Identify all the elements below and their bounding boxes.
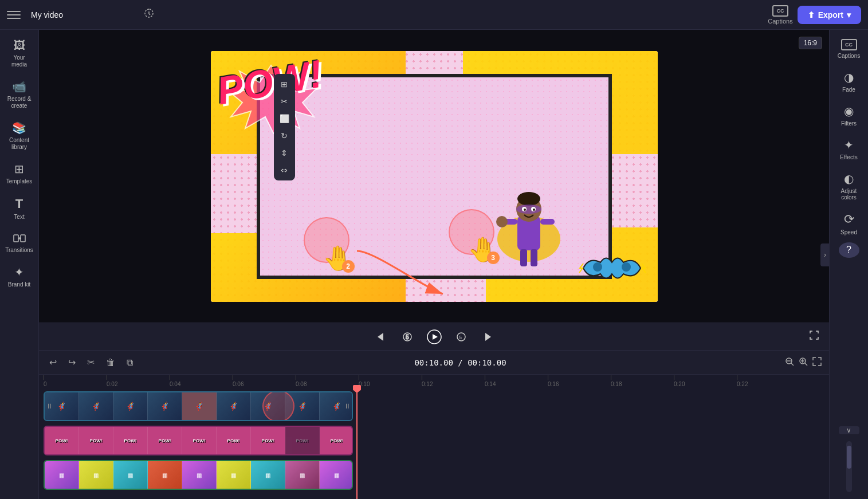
video-preview[interactable]: POW! [39, 30, 829, 323]
effects-icon: ✦ [844, 138, 854, 152]
right-item-fade[interactable]: ◑ Fade [832, 66, 866, 97]
skip-back-button[interactable] [372, 329, 388, 345]
main-layout: 🖼 Your media 📹 Record &create 📚 Content … [0, 30, 868, 499]
ruler-mark-16: 0:16 [548, 375, 611, 387]
ruler-mark-04: 0:04 [170, 375, 233, 387]
sidebar-item-text[interactable]: T Text [3, 192, 36, 225]
svg-rect-14 [520, 249, 527, 266]
cut-button[interactable]: ✂ [84, 355, 98, 370]
svg-rect-0 [14, 235, 18, 242]
svg-text:5: 5 [459, 335, 462, 340]
toolbar-flip-h-btn[interactable]: ⇔ [276, 162, 293, 178]
track-3-thumb-strip: ▦ ▦ ▦ ▦ ▦ ▦ ▦ ▦ ▦ [45, 461, 352, 489]
captions-button[interactable]: CC Captions [768, 5, 792, 25]
toolbar-screen-btn[interactable]: ⬜ [276, 111, 293, 127]
undo-button[interactable]: ↩ [46, 355, 60, 370]
thumb-3-5: ▦ [182, 461, 217, 489]
playback-controls: 5 5 [39, 323, 829, 350]
zoom-out-button[interactable] [784, 356, 795, 369]
thumb-2-8-faded: POW! [285, 427, 320, 454]
hand-cursor-3: 🤚 3 [468, 238, 497, 262]
thumb-1-5-highlight: 🦸 [182, 392, 217, 420]
thumb-3-7: ▦ [251, 461, 285, 489]
cursor-num-2: 2 [342, 260, 355, 273]
sidebar-item-label-content: Content library [6, 137, 33, 151]
redo-button[interactable]: ↪ [65, 355, 79, 370]
right-item-label-filters: Filters [841, 120, 857, 127]
sidebar-item-record-create[interactable]: 📹 Record &create [3, 75, 36, 114]
forward-button[interactable]: 5 [453, 329, 469, 345]
thumb-2-4: POW! [148, 427, 182, 454]
sidebar-item-brand-kit[interactable]: ✦ Brand kit [3, 261, 36, 293]
content-library-icon: 📚 [12, 121, 26, 135]
track-clip-1[interactable]: 🦸 🦸 🦸 🦸 🦸 🦸 🦸 🦸 🦸 ⏸ [44, 391, 353, 421]
right-item-captions[interactable]: CC Captions [832, 34, 866, 64]
toolbar-crop-btn[interactable]: ✂ [276, 93, 293, 109]
project-name-input[interactable] [26, 8, 136, 22]
captions-right-icon: CC [841, 39, 857, 50]
right-item-effects[interactable]: ✦ Effects [832, 133, 866, 165]
copy-button[interactable]: ⧉ [123, 355, 136, 370]
expand-timeline-button[interactable] [812, 356, 822, 369]
fullscreen-button[interactable] [808, 329, 820, 344]
track-clip-3[interactable]: ▦ ▦ ▦ ▦ ▦ ▦ ▦ ▦ ▦ [44, 460, 353, 490]
thumb-2-1: POW! [45, 427, 79, 454]
sidebar-item-label-your-media: Your media [6, 54, 33, 68]
adjust-colors-icon: ◐ [844, 172, 854, 186]
sidebar-item-label-transitions: Transitions [5, 247, 33, 254]
track-1-row: 🦸 🦸 🦸 🦸 🦸 🦸 🦸 🦸 🦸 ⏸ [39, 390, 829, 423]
timeline-scroll[interactable]: 0 0:02 0:04 0:06 0:08 0:10 0:12 0:14 0:1… [39, 375, 829, 499]
right-item-label-speed: Speed [840, 229, 857, 235]
track-1-handle-right: ⏸ [344, 402, 351, 410]
play-button[interactable] [427, 329, 442, 344]
right-item-speed[interactable]: ⟳ Speed [832, 207, 866, 240]
hand-cursor-2: 🤚 2 [323, 246, 352, 270]
record-create-icon: 📹 [12, 80, 26, 93]
rewind-button[interactable]: 5 [399, 329, 415, 345]
thumb-2-5: POW! [182, 427, 217, 454]
menu-button[interactable] [7, 8, 21, 22]
sidebar-item-your-media[interactable]: 🖼 Your media [3, 34, 36, 73]
sidebar-item-templates[interactable]: ⊞ Templates [3, 158, 36, 190]
sidebar-item-content-library[interactable]: 📚 Content library [3, 116, 36, 155]
toolbar-flip-v-btn[interactable]: ⇕ [276, 145, 293, 161]
svg-point-7 [516, 205, 541, 214]
export-chevron-icon: ▾ [847, 10, 851, 19]
svg-rect-13 [540, 219, 555, 225]
collapse-right-sidebar-button[interactable]: › [820, 243, 830, 266]
track-2-thumb-strip: POW! POW! POW! POW! POW! POW! POW! POW! … [45, 427, 352, 454]
scroll-down-button[interactable]: ∨ [839, 426, 859, 435]
sidebar-item-transitions[interactable]: Transitions [3, 227, 36, 258]
track-clip-2[interactable]: POW! POW! POW! POW! POW! POW! POW! POW! … [44, 426, 353, 455]
right-sidebar: › CC Captions ◑ Fade ◉ Filters ✦ Effects… [829, 30, 868, 499]
right-sidebar-scrollbar[interactable] [846, 441, 852, 492]
toolbar-rotate-btn[interactable]: ↻ [276, 128, 293, 144]
sidebar-item-label-text: Text [14, 214, 24, 221]
track-3-row: ▦ ▦ ▦ ▦ ▦ ▦ ▦ ▦ ▦ [39, 458, 829, 492]
timeline-area: ↩ ↪ ✂ 🗑 ⧉ 00:10.00 / 00:10.00 [39, 350, 829, 499]
timeline-toolbar: ↩ ↪ ✂ 🗑 ⧉ 00:10.00 / 00:10.00 [39, 351, 829, 375]
save-to-cloud-button[interactable] [142, 6, 156, 23]
track-2-row: POW! POW! POW! POW! POW! POW! POW! POW! … [39, 424, 829, 457]
delete-button[interactable]: 🗑 [103, 355, 119, 370]
export-button[interactable]: ⬆ Export ▾ [798, 6, 861, 24]
export-icon: ⬆ [808, 10, 815, 19]
floating-toolbar: ⊞ ✂ ⬜ ↻ ⇕ ⇔ [274, 74, 295, 180]
track-1-handle-left: ⏸ [46, 402, 53, 410]
right-item-adjust-colors[interactable]: ◐ Adjust colors [832, 167, 866, 205]
timeline-time-display: 00:10.00 / 00:10.00 [141, 358, 780, 367]
svg-rect-1 [21, 235, 25, 242]
svg-point-11 [533, 209, 535, 211]
thumb-3-9: ▦ [320, 461, 352, 489]
zoom-in-button[interactable] [798, 356, 808, 369]
skip-forward-button[interactable] [481, 329, 497, 345]
help-button[interactable]: ? [839, 242, 859, 258]
thumb-3-4: ▦ [148, 461, 182, 489]
templates-icon: ⊞ [14, 162, 24, 176]
thumb-3-1: ▦ [45, 461, 79, 489]
right-item-filters[interactable]: ◉ Filters [832, 100, 866, 131]
ruler-mark-20: 0:20 [674, 375, 737, 387]
toolbar-position-btn[interactable]: ⊞ [276, 76, 293, 92]
svg-point-16 [496, 216, 508, 227]
right-item-label-adjust-colors: Adjust colors [834, 188, 864, 201]
